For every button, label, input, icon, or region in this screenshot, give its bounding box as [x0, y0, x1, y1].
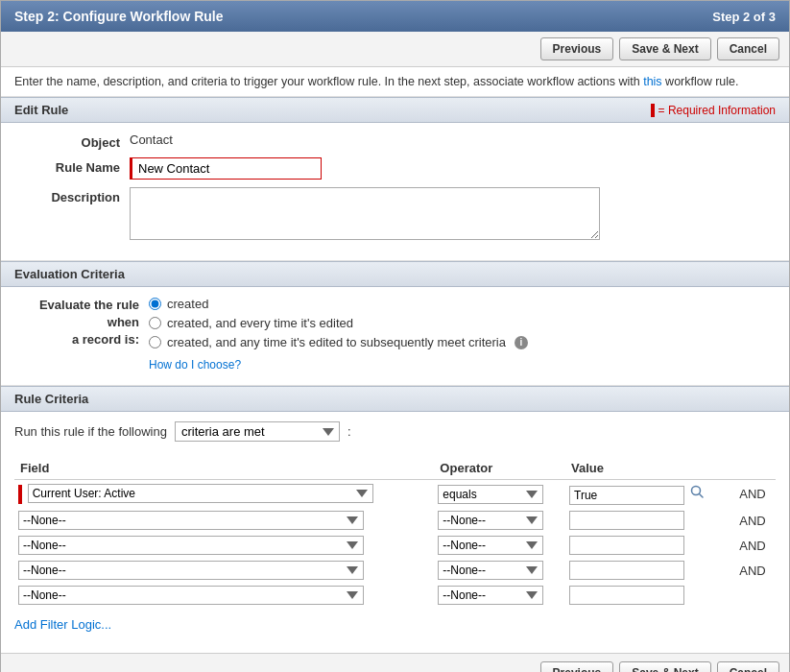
operator-select-3[interactable]: --None--: [438, 536, 543, 555]
eval-label-created[interactable]: created: [167, 297, 208, 311]
eval-radio-created-edited[interactable]: [149, 317, 161, 329]
field-cell-2: --None--: [14, 508, 434, 533]
svg-line-1: [699, 494, 703, 498]
criteria-select[interactable]: criteria are met any criteria are met fo…: [175, 421, 340, 442]
table-row: --None-- --None--: [14, 583, 776, 608]
field-cell-3: --None--: [14, 533, 434, 558]
run-rule-text-after: :: [347, 424, 351, 439]
rule-name-row: Rule Name: [14, 157, 776, 180]
value-input-5[interactable]: [569, 586, 684, 605]
value-input-3[interactable]: [569, 536, 684, 555]
eval-radio-created[interactable]: [149, 298, 161, 310]
field-select-4[interactable]: --None--: [18, 561, 364, 580]
table-row: --None-- --None-- AND: [14, 558, 776, 583]
eval-options: created created, and every time it's edi…: [149, 297, 528, 372]
object-row: Object Contact: [14, 132, 776, 150]
eval-label-created-meet-criteria[interactable]: created, and any time it's edited to sub…: [167, 335, 506, 349]
top-previous-button[interactable]: Previous: [540, 37, 614, 60]
required-bar-icon: [651, 104, 655, 117]
field-select-3[interactable]: --None--: [18, 536, 364, 555]
operator-cell-3: --None--: [434, 533, 565, 558]
operator-select-5[interactable]: --None--: [438, 586, 543, 605]
rule-criteria-body: Run this rule if the following criteria …: [1, 412, 789, 641]
field-cell-5: --None--: [14, 583, 434, 608]
eval-row: Evaluate the rule when a record is: crea…: [14, 297, 776, 372]
and-label-3: AND: [735, 539, 765, 553]
eval-option-1: created: [149, 297, 528, 311]
bottom-cancel-button[interactable]: Cancel: [717, 661, 779, 672]
object-label: Object: [14, 132, 130, 150]
rule-criteria-section-header: Rule Criteria: [1, 386, 789, 412]
workflow-rule-link[interactable]: this: [643, 75, 661, 88]
operator-select-2[interactable]: --None--: [438, 511, 543, 530]
field-cell-1: Current User: Active: [14, 480, 434, 509]
value-cell-5: [565, 583, 731, 608]
eval-option-2: created, and every time it's edited: [149, 316, 528, 330]
logic-cell-5: [731, 583, 776, 608]
run-rule-text-before: Run this rule if the following: [14, 424, 167, 439]
value-cell-1: [565, 480, 731, 509]
help-link[interactable]: How do I choose?: [149, 358, 528, 372]
bottom-save-next-button[interactable]: Save & Next: [619, 661, 710, 672]
object-value: Contact: [130, 132, 776, 147]
eval-section-header: Evaluation Criteria: [1, 261, 789, 287]
required-info: = Required Information: [651, 104, 776, 117]
top-toolbar: Previous Save & Next Cancel: [1, 32, 789, 67]
step-info: Step 2 of 3: [712, 10, 776, 24]
eval-option-3: created, and any time it's edited to sub…: [149, 335, 528, 349]
operator-header: Operator: [434, 457, 565, 480]
description-label: Description: [14, 187, 130, 204]
table-row: Current User: Active equals: [14, 480, 776, 509]
eval-radio-created-meet-criteria[interactable]: [149, 336, 161, 348]
field-select-1[interactable]: Current User: Active: [28, 484, 373, 503]
edit-rule-section-header: Edit Rule = Required Information: [1, 97, 789, 123]
eval-label: Evaluate the rule when a record is:: [14, 297, 149, 349]
rule-criteria-title: Rule Criteria: [14, 392, 88, 406]
instruction-after: workflow rule.: [662, 75, 739, 88]
operator-cell-1: equals: [434, 480, 565, 509]
value-input-1[interactable]: [569, 486, 684, 505]
rule-name-label: Rule Name: [14, 157, 130, 175]
field-select-5[interactable]: --None--: [18, 586, 364, 605]
lookup-icon[interactable]: [688, 483, 706, 500]
page-title: Step 2: Configure Workflow Rule: [14, 9, 224, 24]
rule-name-field: [130, 157, 776, 180]
and-label-2: AND: [735, 514, 765, 528]
rule-name-input[interactable]: [130, 157, 322, 180]
operator-cell-5: --None--: [434, 583, 565, 608]
eval-body: Evaluate the rule when a record is: crea…: [1, 287, 789, 386]
logic-cell-1: AND: [731, 480, 776, 509]
operator-select-4[interactable]: --None--: [438, 561, 543, 580]
edit-rule-body: Object Contact Rule Name Description: [1, 123, 789, 261]
top-cancel-button[interactable]: Cancel: [717, 37, 779, 60]
value-header: Value: [565, 457, 731, 480]
table-row: --None-- --None-- AND: [14, 533, 776, 558]
add-filter-link[interactable]: Add Filter Logic...: [14, 617, 111, 632]
value-input-4[interactable]: [569, 561, 684, 580]
value-cell-4: [565, 558, 731, 583]
description-field: [130, 187, 776, 243]
logic-header: [731, 457, 776, 480]
logic-cell-3: AND: [731, 533, 776, 558]
and-label-1: AND: [735, 487, 765, 501]
top-save-next-button[interactable]: Save & Next: [619, 37, 710, 60]
info-icon[interactable]: i: [515, 336, 528, 349]
criteria-table: Field Operator Value Current User: Activ…: [14, 457, 776, 608]
field-cell-4: --None--: [14, 558, 434, 583]
description-row: Description: [14, 187, 776, 243]
field-select-2[interactable]: --None--: [18, 511, 364, 530]
instruction-text: Enter the name, description, and criteri…: [1, 67, 789, 97]
bottom-previous-button[interactable]: Previous: [540, 661, 614, 672]
logic-cell-2: AND: [731, 508, 776, 533]
eval-label-created-edited[interactable]: created, and every time it's edited: [167, 316, 353, 330]
header-bar: Step 2: Configure Workflow Rule Step 2 o…: [1, 1, 789, 32]
logic-cell-4: AND: [731, 558, 776, 583]
instruction-before: Enter the name, description, and criteri…: [14, 75, 643, 88]
value-input-2[interactable]: [569, 511, 684, 530]
description-textarea[interactable]: [130, 187, 600, 240]
required-label: = Required Information: [658, 104, 776, 117]
operator-select-1[interactable]: equals: [438, 485, 543, 504]
bottom-toolbar: Previous Save & Next Cancel: [1, 653, 789, 672]
run-rule-row: Run this rule if the following criteria …: [14, 421, 776, 442]
value-cell-3: [565, 533, 731, 558]
